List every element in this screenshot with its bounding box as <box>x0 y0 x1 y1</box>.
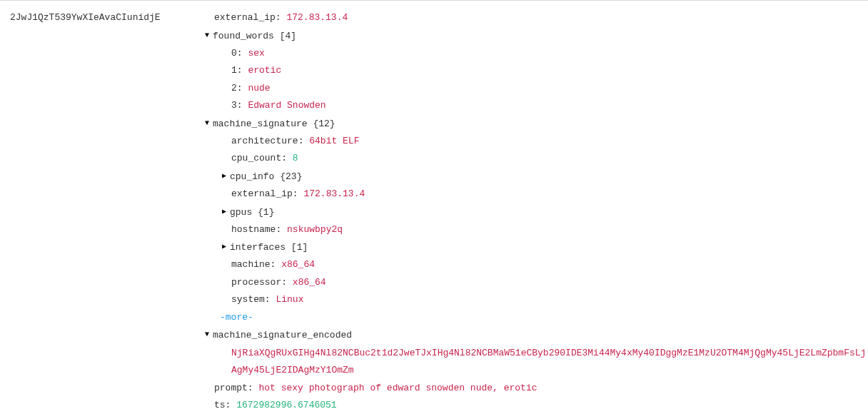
key-label: system <box>231 294 265 305</box>
log-row: 2JwJ1QzT539YwXIeAvaCIunidjE external_ip:… <box>0 1 868 414</box>
field-machine: machine: x86_64 <box>186 256 868 274</box>
key-label: found_words <box>213 30 274 41</box>
index-label: 3 <box>231 100 237 111</box>
value: hot sexy photograph of edward snowden nu… <box>258 383 537 393</box>
value: 172.83.13.4 <box>286 12 348 23</box>
more-link[interactable]: -more- <box>186 309 868 327</box>
value: 172.83.13.4 <box>303 188 365 199</box>
key-label: processor <box>231 277 281 288</box>
field-cpu-count: cpu_count: 8 <box>186 150 868 168</box>
encoded-value: NjRiaXQgRUxGIHg4Nl82NCBuc2t1d2JweTJxIHg4… <box>231 348 866 376</box>
index-label: 2 <box>231 83 237 94</box>
field-hostname: hostname: nskuwbpy2q <box>186 221 868 239</box>
list-item: 3: Edward Snowden <box>186 97 868 115</box>
key-label: external_ip <box>231 188 293 199</box>
key-label: ts <box>214 400 226 410</box>
key-label: architecture <box>231 136 298 146</box>
value: 64bit ELF <box>309 136 359 146</box>
entry-id: 2JwJ1QzT539YwXIeAvaCIunidjE <box>0 9 186 414</box>
field-machine-signature-encoded[interactable]: ▼machine_signature_encoded <box>186 326 868 344</box>
field-external-ip: external_ip: 172.83.13.4 <box>186 9 868 27</box>
meta-count: [4] <box>280 30 296 41</box>
value: x86_64 <box>281 259 315 270</box>
key-label: interfaces <box>230 242 286 253</box>
value: x86_64 <box>293 277 326 288</box>
key-label: cpu_info <box>230 171 274 182</box>
key-label: cpu_count <box>231 153 281 163</box>
value: Edward Snowden <box>248 100 326 111</box>
json-tree: external_ip: 172.83.13.4 ▼found_words [4… <box>186 9 868 414</box>
meta-count: {1} <box>258 206 274 217</box>
field-ms-external-ip: external_ip: 172.83.13.4 <box>186 186 868 203</box>
list-item: 2: nude <box>186 80 868 98</box>
encoded-value-row: NjRiaXQgRUxGIHg4Nl82NCBuc2t1d2JweTJxIHg4… <box>186 345 868 380</box>
key-label: machine <box>231 259 271 270</box>
index-label: 1 <box>231 65 237 76</box>
field-prompt: prompt: hot sexy photograph of edward sn… <box>186 380 868 398</box>
key-label: hostname <box>231 224 276 235</box>
field-system: system: Linux <box>186 291 868 309</box>
chevron-down-icon[interactable]: ▼ <box>203 326 211 344</box>
meta-count: {12} <box>313 118 335 128</box>
field-gpus[interactable]: ▶gpus {1} <box>186 203 868 221</box>
index-label: 0 <box>231 48 237 59</box>
field-machine-signature[interactable]: ▼machine_signature {12} <box>186 115 868 133</box>
chevron-right-icon[interactable]: ▶ <box>220 203 228 221</box>
key-label: gpus <box>230 206 252 217</box>
field-ts: ts: 1672982996.6746051 <box>186 397 868 414</box>
meta-count: {23} <box>280 171 302 182</box>
value: 1672982996.6746051 <box>236 400 336 410</box>
field-found-words[interactable]: ▼found_words [4] <box>186 27 868 45</box>
value: Linux <box>276 294 303 305</box>
key-label: external_ip <box>214 12 276 23</box>
list-item: 1: erotic <box>186 62 868 80</box>
more-label[interactable]: -more- <box>220 312 253 323</box>
meta-count: [1] <box>291 242 308 253</box>
field-processor: processor: x86_64 <box>186 274 868 292</box>
chevron-right-icon[interactable]: ▶ <box>220 238 228 256</box>
key-label: machine_signature <box>213 118 308 128</box>
value: nskuwbpy2q <box>287 224 343 235</box>
chevron-down-icon[interactable]: ▼ <box>203 27 211 45</box>
list-item: 0: sex <box>186 45 868 63</box>
chevron-down-icon[interactable]: ▼ <box>203 115 211 133</box>
value: 8 <box>293 153 298 163</box>
chevron-right-icon[interactable]: ▶ <box>220 168 228 186</box>
value: nude <box>248 83 270 94</box>
field-cpu-info[interactable]: ▶cpu_info {23} <box>186 168 868 186</box>
value: erotic <box>248 65 281 76</box>
value: sex <box>248 48 264 59</box>
field-architecture: architecture: 64bit ELF <box>186 133 868 151</box>
key-label: prompt <box>214 383 248 393</box>
key-label: machine_signature_encoded <box>213 330 352 340</box>
field-interfaces[interactable]: ▶interfaces [1] <box>186 238 868 256</box>
